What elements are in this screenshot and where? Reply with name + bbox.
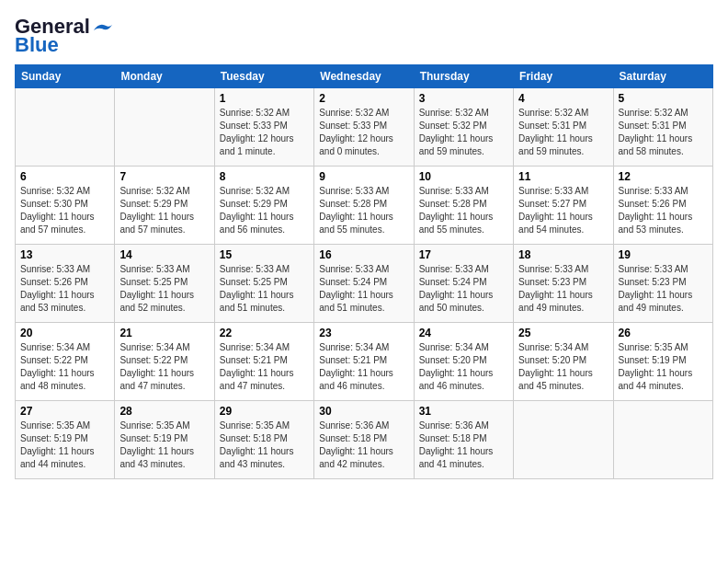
calendar-cell: 18Sunrise: 5:33 AM Sunset: 5:23 PM Dayli… bbox=[514, 245, 613, 323]
day-number: 14 bbox=[119, 248, 209, 261]
day-info: Sunrise: 5:33 AM Sunset: 5:23 PM Dayligh… bbox=[619, 263, 708, 315]
day-number: 19 bbox=[619, 248, 708, 261]
day-number: 25 bbox=[518, 327, 608, 339]
day-number: 26 bbox=[619, 327, 708, 339]
calendar-cell: 25Sunrise: 5:34 AM Sunset: 5:20 PM Dayli… bbox=[514, 323, 613, 401]
calendar-cell: 1Sunrise: 5:32 AM Sunset: 5:33 PM Daylig… bbox=[214, 88, 313, 167]
calendar-table: SundayMondayTuesdayWednesdayThursdayFrid… bbox=[15, 64, 713, 479]
calendar-cell: 21Sunrise: 5:34 AM Sunset: 5:22 PM Dayli… bbox=[115, 323, 214, 401]
day-number: 30 bbox=[319, 405, 408, 418]
day-number: 23 bbox=[319, 327, 408, 339]
calendar-header: SundayMondayTuesdayWednesdayThursdayFrid… bbox=[16, 65, 713, 88]
calendar-cell: 20Sunrise: 5:34 AM Sunset: 5:22 PM Dayli… bbox=[16, 323, 115, 401]
day-info: Sunrise: 5:32 AM Sunset: 5:32 PM Dayligh… bbox=[419, 107, 508, 158]
day-number: 1 bbox=[220, 92, 309, 105]
weekday-header: Thursday bbox=[414, 65, 513, 88]
day-number: 21 bbox=[119, 327, 209, 339]
weekday-header: Friday bbox=[514, 65, 613, 88]
calendar-cell bbox=[613, 401, 712, 479]
day-info: Sunrise: 5:33 AM Sunset: 5:25 PM Dayligh… bbox=[220, 263, 309, 315]
day-info: Sunrise: 5:32 AM Sunset: 5:31 PM Dayligh… bbox=[619, 107, 708, 158]
day-info: Sunrise: 5:33 AM Sunset: 5:23 PM Dayligh… bbox=[518, 263, 608, 315]
calendar-cell: 24Sunrise: 5:34 AM Sunset: 5:20 PM Dayli… bbox=[414, 323, 513, 401]
weekday-header: Tuesday bbox=[214, 65, 313, 88]
day-number: 18 bbox=[518, 248, 608, 261]
calendar-cell: 11Sunrise: 5:33 AM Sunset: 5:27 PM Dayli… bbox=[514, 167, 613, 245]
calendar-cell: 9Sunrise: 5:33 AM Sunset: 5:28 PM Daylig… bbox=[314, 167, 414, 245]
day-info: Sunrise: 5:36 AM Sunset: 5:18 PM Dayligh… bbox=[319, 419, 408, 471]
day-number: 22 bbox=[220, 327, 309, 339]
page-header: General Blue bbox=[15, 15, 713, 57]
weekday-header: Saturday bbox=[613, 65, 712, 88]
calendar-cell: 13Sunrise: 5:33 AM Sunset: 5:26 PM Dayli… bbox=[16, 245, 115, 323]
calendar-cell bbox=[514, 401, 613, 479]
day-number: 6 bbox=[20, 170, 109, 183]
day-info: Sunrise: 5:34 AM Sunset: 5:21 PM Dayligh… bbox=[319, 341, 408, 393]
day-number: 24 bbox=[419, 327, 508, 339]
day-number: 3 bbox=[419, 92, 508, 105]
day-info: Sunrise: 5:32 AM Sunset: 5:29 PM Dayligh… bbox=[119, 185, 209, 236]
weekday-header: Monday bbox=[115, 65, 214, 88]
logo: General Blue bbox=[15, 15, 114, 57]
calendar-cell: 17Sunrise: 5:33 AM Sunset: 5:24 PM Dayli… bbox=[414, 245, 513, 323]
weekday-header: Wednesday bbox=[314, 65, 414, 88]
day-number: 11 bbox=[518, 170, 608, 183]
day-number: 17 bbox=[419, 248, 508, 261]
day-info: Sunrise: 5:34 AM Sunset: 5:20 PM Dayligh… bbox=[419, 341, 508, 393]
day-info: Sunrise: 5:35 AM Sunset: 5:18 PM Dayligh… bbox=[220, 419, 309, 471]
day-number: 16 bbox=[319, 248, 408, 261]
logo-blue: Blue bbox=[15, 33, 59, 57]
calendar-cell: 6Sunrise: 5:32 AM Sunset: 5:30 PM Daylig… bbox=[16, 167, 115, 245]
calendar-cell: 23Sunrise: 5:34 AM Sunset: 5:21 PM Dayli… bbox=[314, 323, 414, 401]
day-info: Sunrise: 5:34 AM Sunset: 5:22 PM Dayligh… bbox=[20, 341, 109, 393]
day-number: 7 bbox=[119, 170, 209, 183]
calendar-cell: 28Sunrise: 5:35 AM Sunset: 5:19 PM Dayli… bbox=[115, 401, 214, 479]
day-info: Sunrise: 5:35 AM Sunset: 5:19 PM Dayligh… bbox=[119, 419, 209, 471]
day-info: Sunrise: 5:32 AM Sunset: 5:30 PM Dayligh… bbox=[20, 185, 109, 236]
day-info: Sunrise: 5:32 AM Sunset: 5:29 PM Dayligh… bbox=[220, 185, 309, 236]
calendar-cell: 22Sunrise: 5:34 AM Sunset: 5:21 PM Dayli… bbox=[214, 323, 313, 401]
calendar-cell: 30Sunrise: 5:36 AM Sunset: 5:18 PM Dayli… bbox=[314, 401, 414, 479]
day-number: 13 bbox=[20, 248, 109, 261]
day-info: Sunrise: 5:33 AM Sunset: 5:27 PM Dayligh… bbox=[518, 185, 608, 236]
day-number: 12 bbox=[619, 170, 708, 183]
day-number: 10 bbox=[419, 170, 508, 183]
day-number: 27 bbox=[20, 405, 109, 418]
calendar-cell: 7Sunrise: 5:32 AM Sunset: 5:29 PM Daylig… bbox=[115, 167, 214, 245]
day-number: 20 bbox=[20, 327, 109, 339]
day-number: 29 bbox=[220, 405, 309, 418]
day-info: Sunrise: 5:34 AM Sunset: 5:22 PM Dayligh… bbox=[119, 341, 209, 393]
day-info: Sunrise: 5:32 AM Sunset: 5:33 PM Dayligh… bbox=[220, 107, 309, 158]
day-number: 31 bbox=[419, 405, 508, 418]
calendar-cell: 10Sunrise: 5:33 AM Sunset: 5:28 PM Dayli… bbox=[414, 167, 513, 245]
day-info: Sunrise: 5:35 AM Sunset: 5:19 PM Dayligh… bbox=[20, 419, 109, 471]
calendar-cell: 12Sunrise: 5:33 AM Sunset: 5:26 PM Dayli… bbox=[613, 167, 712, 245]
day-number: 9 bbox=[319, 170, 408, 183]
day-info: Sunrise: 5:33 AM Sunset: 5:26 PM Dayligh… bbox=[619, 185, 708, 236]
calendar-cell: 14Sunrise: 5:33 AM Sunset: 5:25 PM Dayli… bbox=[115, 245, 214, 323]
day-info: Sunrise: 5:33 AM Sunset: 5:24 PM Dayligh… bbox=[419, 263, 508, 315]
day-info: Sunrise: 5:34 AM Sunset: 5:20 PM Dayligh… bbox=[518, 341, 608, 393]
day-info: Sunrise: 5:36 AM Sunset: 5:18 PM Dayligh… bbox=[419, 419, 508, 471]
calendar-cell: 26Sunrise: 5:35 AM Sunset: 5:19 PM Dayli… bbox=[613, 323, 712, 401]
calendar-cell: 15Sunrise: 5:33 AM Sunset: 5:25 PM Dayli… bbox=[214, 245, 313, 323]
day-info: Sunrise: 5:33 AM Sunset: 5:28 PM Dayligh… bbox=[319, 185, 408, 236]
calendar-cell: 2Sunrise: 5:32 AM Sunset: 5:33 PM Daylig… bbox=[314, 88, 414, 167]
day-info: Sunrise: 5:32 AM Sunset: 5:33 PM Dayligh… bbox=[319, 107, 408, 158]
day-info: Sunrise: 5:32 AM Sunset: 5:31 PM Dayligh… bbox=[518, 107, 608, 158]
day-number: 15 bbox=[220, 248, 309, 261]
weekday-header: Sunday bbox=[16, 65, 115, 88]
calendar-cell: 8Sunrise: 5:32 AM Sunset: 5:29 PM Daylig… bbox=[214, 167, 313, 245]
calendar-cell: 31Sunrise: 5:36 AM Sunset: 5:18 PM Dayli… bbox=[414, 401, 513, 479]
day-info: Sunrise: 5:33 AM Sunset: 5:28 PM Dayligh… bbox=[419, 185, 508, 236]
calendar-cell: 16Sunrise: 5:33 AM Sunset: 5:24 PM Dayli… bbox=[314, 245, 414, 323]
day-number: 4 bbox=[518, 92, 608, 105]
day-number: 5 bbox=[619, 92, 708, 105]
calendar-cell: 19Sunrise: 5:33 AM Sunset: 5:23 PM Dayli… bbox=[613, 245, 712, 323]
day-info: Sunrise: 5:33 AM Sunset: 5:26 PM Dayligh… bbox=[20, 263, 109, 315]
calendar-cell: 27Sunrise: 5:35 AM Sunset: 5:19 PM Dayli… bbox=[16, 401, 115, 479]
calendar-cell bbox=[16, 88, 115, 167]
day-number: 8 bbox=[220, 170, 309, 183]
day-info: Sunrise: 5:35 AM Sunset: 5:19 PM Dayligh… bbox=[619, 341, 708, 393]
calendar-cell: 5Sunrise: 5:32 AM Sunset: 5:31 PM Daylig… bbox=[613, 88, 712, 167]
